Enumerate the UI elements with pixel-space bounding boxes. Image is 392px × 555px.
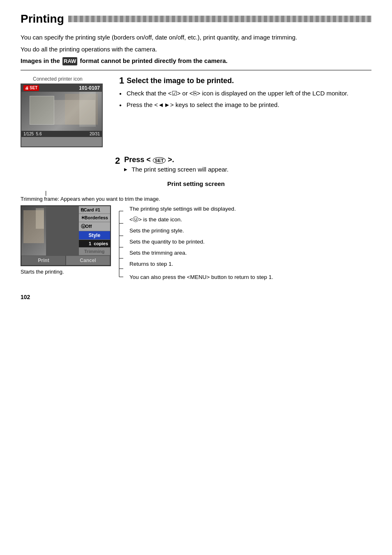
step1-content: 1 Select the image to be printed. Check … <box>119 76 371 147</box>
print-starts-label: Starts the printing. <box>21 269 115 275</box>
bracket-svg <box>115 207 123 281</box>
print-btn-print[interactable]: Print <box>21 255 66 265</box>
step2-number: 2 <box>115 156 120 166</box>
ann-date-icon: <ⓤ> is the date icon. <box>129 216 371 224</box>
step1-bullet2: Press the <◄►> keys to select the image … <box>119 100 371 110</box>
intro-line3: Images in the RAW format cannot be print… <box>21 56 371 66</box>
print-lcd-buttons: Print Cancel <box>21 255 110 265</box>
step1-row: Connected printer icon 🖨 SET 101-0107 1/… <box>21 76 371 147</box>
trimming-label: | Trimming frame: Appears when you want … <box>21 190 371 202</box>
step2-row: 2 Press < SET >. The print setting scree… <box>21 156 371 173</box>
menu-item-copies: 1 copies <box>79 240 110 248</box>
page-number: 102 <box>21 294 371 300</box>
step1-bullet1: Check that the <☑> or <⎘> icon is displa… <box>119 89 371 98</box>
print-setting-section: Print setting screen | Trimming frame: A… <box>21 180 371 282</box>
print-lcd-main: ⎘Card #1 ✶Borderless ⓤOff Style 1 copies… <box>21 206 110 255</box>
intro-line2: You do all the printing operations with … <box>21 45 371 54</box>
intro-paragraph: You can specify the printing style (bord… <box>21 33 371 42</box>
ann-footer-note: You can also press the <MENU> button to … <box>129 273 371 281</box>
step2-content: Press < SET >. The print setting screen … <box>124 156 228 173</box>
ann-style: Sets the printing style. <box>129 227 371 235</box>
ann-trimming: Sets the trimming area. <box>129 249 371 257</box>
print-annotations: The printing style settings will be disp… <box>123 205 371 282</box>
raw-badge: RAW <box>62 57 77 65</box>
ann-cancel: Returns to step 1. <box>129 260 371 268</box>
lcd-label: Connected printer icon <box>33 76 123 82</box>
step2-set-badge: SET <box>153 157 166 164</box>
step1-title: Select the image to be printed. <box>127 76 234 86</box>
lcd-top-bar: 🖨 SET 101-0107 <box>21 84 102 92</box>
menu-item-trimming: Trimming <box>79 248 110 255</box>
lcd-shutter: 1/125 5.6 <box>23 132 42 136</box>
lcd-bottom-bar: 1/125 5.6 20/31 <box>21 131 102 137</box>
lcd-image-detail <box>30 96 54 125</box>
ann-style-settings: The printing style settings will be disp… <box>129 205 371 213</box>
lcd-set-icon: 🖨 SET <box>23 85 39 91</box>
menu-item-card: ⎘Card #1 <box>79 206 110 214</box>
print-lcd-wrap: ⎘Card #1 ✶Borderless ⓤOff Style 1 copies… <box>21 205 115 275</box>
print-lcd-menu: ⎘Card #1 ✶Borderless ⓤOff Style 1 copies… <box>79 206 110 255</box>
lcd-screen: 🖨 SET 101-0107 1/125 5.6 20/31 <box>21 84 103 147</box>
step2-sub: The print setting screen will appear. <box>124 166 228 173</box>
intro-line1: You can specify the printing style (bord… <box>21 34 297 41</box>
lcd-file-number: 101-0107 <box>79 85 100 91</box>
bracket-area <box>115 205 123 281</box>
page-title: Printing <box>21 12 64 26</box>
page-title-wrap: Printing <box>21 12 371 26</box>
lcd-frame: 20/31 <box>90 132 100 136</box>
ann-quantity: Sets the quantity to be printed. <box>129 238 371 246</box>
lcd-image-area <box>21 92 102 131</box>
print-lcd-image <box>21 206 46 255</box>
intro-line3-post: format cannot be printed directly from t… <box>78 57 227 64</box>
intro-line3-pre: Images in the <box>21 57 62 64</box>
print-lcd: ⎘Card #1 ✶Borderless ⓤOff Style 1 copies… <box>21 205 111 266</box>
print-setting-title: Print setting screen <box>21 180 371 187</box>
print-btn-cancel[interactable]: Cancel <box>66 255 110 265</box>
menu-item-borderless: ✶Borderless <box>79 214 110 222</box>
step2-title-post: >. <box>166 156 174 164</box>
section-divider <box>21 70 371 70</box>
step2-title-row: Press < SET >. <box>124 156 228 164</box>
lcd-wrap: Connected printer icon 🖨 SET 101-0107 1/… <box>21 76 111 147</box>
step1-title-row: 1 Select the image to be printed. <box>119 76 371 86</box>
step2-title-pre: Press < <box>124 156 153 164</box>
step1-bullets: Check that the <☑> or <⎘> icon is displa… <box>119 89 371 110</box>
title-bar-decoration <box>68 16 371 22</box>
print-screen-row: ⎘Card #1 ✶Borderless ⓤOff Style 1 copies… <box>21 205 371 282</box>
menu-item-style: Style <box>79 231 110 240</box>
menu-item-off: ⓤOff <box>79 222 110 231</box>
